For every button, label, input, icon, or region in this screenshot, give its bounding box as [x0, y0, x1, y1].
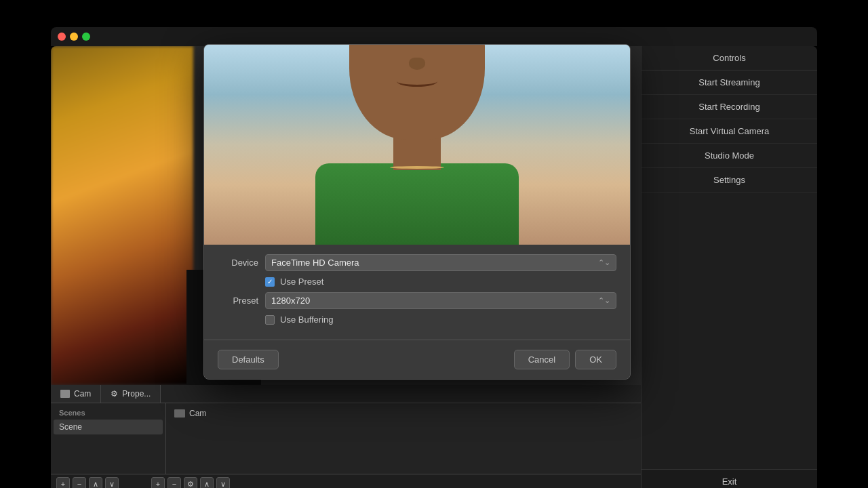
- use-preset-row: ✓ Use Preset: [218, 277, 616, 287]
- device-select[interactable]: FaceTime HD Camera ⌃⌄: [265, 254, 616, 271]
- add-source-button[interactable]: +: [151, 477, 165, 488]
- move-up-source-button[interactable]: ∧: [200, 477, 214, 488]
- properties-icon: ⚙: [111, 389, 118, 399]
- preset-label: Preset: [218, 296, 258, 306]
- properties-dialog: Device FaceTime HD Camera ⌃⌄ ✓ Use Prese…: [203, 44, 631, 380]
- start-virtual-camera-button[interactable]: Start Virtual Camera: [642, 119, 817, 144]
- camera-preview: [204, 45, 630, 245]
- scene-item[interactable]: Scene: [54, 420, 163, 434]
- exit-button[interactable]: Exit: [642, 469, 817, 488]
- checkmark-icon: ✓: [267, 278, 273, 285]
- panel-headers: Cam ⚙ Prope...: [51, 385, 641, 403]
- start-streaming-button[interactable]: Start Streaming: [642, 70, 817, 95]
- cancel-button[interactable]: Cancel: [514, 350, 570, 369]
- gear-source-button[interactable]: ⚙: [184, 477, 197, 488]
- use-buffering-checkbox[interactable]: [265, 315, 275, 325]
- start-recording-button[interactable]: Start Recording: [642, 95, 817, 119]
- scenes-list: Scenes Scene: [51, 403, 166, 474]
- use-buffering-row: Use Buffering: [218, 314, 616, 325]
- maximize-button[interactable]: [82, 33, 90, 41]
- left-preview: [51, 46, 193, 385]
- preset-value: 868x488: [271, 296, 310, 306]
- properties-tab[interactable]: ⚙ Prope...: [101, 385, 161, 403]
- source-icon: [174, 409, 185, 418]
- dialog-form: Device FaceTime HD Camera ⌃⌄ ✓ Use Prese…: [204, 245, 630, 340]
- preset-row: Preset 868x488 ⌃⌄: [218, 292, 616, 309]
- move-down-source-button[interactable]: ∨: [216, 477, 230, 488]
- source-item[interactable]: Cam: [169, 406, 638, 421]
- cam-tab-label: Cam: [74, 389, 91, 399]
- person-silhouette: [204, 45, 630, 245]
- controls-header: Controls: [642, 46, 817, 70]
- defaults-button[interactable]: Defaults: [218, 350, 279, 369]
- remove-source-button[interactable]: −: [167, 477, 181, 488]
- minimize-button[interactable]: [70, 33, 78, 41]
- dialog-footer: Defaults Cancel OK: [204, 340, 630, 379]
- close-button[interactable]: [58, 33, 66, 41]
- add-scene-button[interactable]: +: [56, 477, 70, 488]
- source-label: Cam: [189, 409, 206, 418]
- preset-select[interactable]: 868x488 ⌃⌄: [265, 292, 616, 309]
- device-label: Device: [218, 258, 258, 268]
- controls-panel: Controls Start Streaming Start Recording…: [641, 46, 817, 488]
- title-bar: [51, 27, 817, 46]
- preset-select-arrow-icon: ⌃⌄: [598, 296, 610, 305]
- scenes-list-header: Scenes: [54, 406, 163, 420]
- folder-icon: [60, 390, 70, 398]
- dialog-action-buttons: Cancel OK: [514, 350, 616, 369]
- cam-tab[interactable]: Cam: [51, 385, 101, 403]
- select-arrow-icon: ⌃⌄: [598, 258, 610, 267]
- scenes-content: Scenes Scene Cam: [51, 403, 641, 474]
- bottom-toolbar: + − ∧ ∨ + − ⚙ ∧ ∨: [51, 474, 641, 488]
- use-preset-checkbox[interactable]: ✓: [265, 277, 275, 287]
- move-down-scene-button[interactable]: ∨: [105, 477, 119, 488]
- properties-tab-label: Prope...: [122, 389, 151, 399]
- move-up-scene-button[interactable]: ∧: [89, 477, 102, 488]
- sources-list: Cam: [166, 403, 641, 474]
- studio-mode-button[interactable]: Studio Mode: [642, 144, 817, 168]
- device-row: Device FaceTime HD Camera ⌃⌄: [218, 254, 616, 271]
- ok-button[interactable]: OK: [575, 350, 616, 369]
- settings-button[interactable]: Settings: [642, 168, 817, 192]
- remove-scene-button[interactable]: −: [73, 477, 86, 488]
- camera-image: [204, 45, 630, 245]
- use-preset-label: Use Preset: [280, 277, 323, 287]
- device-value: FaceTime HD Camera: [271, 258, 359, 268]
- scenes-sources-panel: Cam ⚙ Prope... Scenes Scene Cam + − ∧: [51, 385, 641, 488]
- use-buffering-label: Use Buffering: [280, 314, 334, 325]
